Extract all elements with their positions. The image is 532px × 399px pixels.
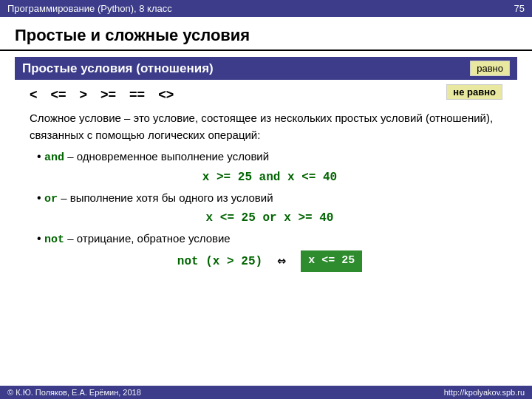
keyword-not: not: [44, 233, 64, 246]
op-lt: <: [30, 87, 38, 103]
keyword-or: or: [44, 193, 58, 205]
and-text: – одновременное выполнение условий: [67, 150, 269, 163]
list-item-or: or – выполнение хотя бы одного из услови…: [30, 189, 502, 228]
code-not: not (x > 25) ⇔ x <= 25: [37, 250, 502, 273]
tag-x: x <= 25: [301, 250, 362, 272]
op-gt: >: [80, 87, 88, 103]
not-text: – отрицание, обратное условие: [67, 232, 230, 245]
or-text: – выполнение хотя бы одного из условий: [61, 191, 273, 204]
bottom-bar: © К.Ю. Поляков, Е.А. Ерёмин, 2018 http:/…: [0, 386, 532, 399]
operators-row: < <= > >= == <> не равно: [15, 83, 517, 107]
slide-title: Простые и сложные условия: [0, 17, 532, 51]
list-item-and: and – одновременное выполнение условий x…: [30, 148, 502, 186]
code-and: x >= 25 and x <= 40: [37, 168, 502, 186]
slide-number: 75: [514, 3, 525, 14]
op-eq: ==: [129, 87, 145, 103]
op-ge: >=: [100, 87, 116, 103]
arrow-symbol: ⇔: [277, 250, 286, 273]
section-header: Простые условия (отношения) равно: [15, 57, 517, 80]
op-le: <=: [51, 87, 66, 103]
op-ne: <>: [158, 87, 174, 103]
tag-ravno: равно: [470, 61, 510, 76]
url: http://kpolyakov.spb.ru: [444, 388, 525, 397]
description: Сложное условие – это условие, состоящее…: [15, 107, 517, 146]
top-bar: Программирование (Python), 8 класс 75: [0, 0, 532, 17]
keyword-and: and: [44, 151, 64, 164]
list-item-not: not – отрицание, обратное условие not (x…: [30, 230, 502, 273]
code-or: x <= 25 or x >= 40: [37, 209, 502, 227]
tag-neravno: не равно: [446, 84, 502, 100]
copyright: © К.Ю. Поляков, Е.А. Ерёмин, 2018: [7, 388, 141, 397]
bullet-list: and – одновременное выполнение условий x…: [15, 146, 517, 277]
section-label: Простые условия (отношения): [22, 61, 214, 76]
course-title: Программирование (Python), 8 класс: [7, 3, 172, 14]
